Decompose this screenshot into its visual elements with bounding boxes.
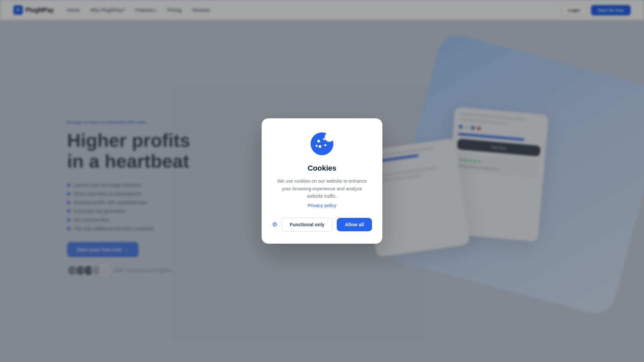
allow-all-button[interactable]: Allow all xyxy=(337,218,372,231)
cookie-modal-description: We use cookies on our website to enhance… xyxy=(274,177,370,200)
cookie-modal: Cookies We use cookies on our website to… xyxy=(262,118,382,243)
modal-overlay: Cookies We use cookies on our website to… xyxy=(0,0,644,362)
privacy-policy-link[interactable]: Privacy policy xyxy=(308,203,336,208)
svg-point-1 xyxy=(325,132,334,142)
cookie-icon xyxy=(310,132,334,156)
cookie-actions: ⚙ Functional only Allow all xyxy=(274,218,370,232)
cookie-modal-title: Cookies xyxy=(308,164,336,173)
cookie-icon-wrap xyxy=(310,132,334,157)
functional-only-button[interactable]: Functional only xyxy=(281,218,333,232)
gear-icon: ⚙ xyxy=(272,221,277,228)
svg-point-4 xyxy=(319,145,321,148)
svg-point-6 xyxy=(316,145,318,147)
svg-point-3 xyxy=(323,138,325,140)
cookie-settings-button[interactable]: ⚙ xyxy=(272,218,277,231)
